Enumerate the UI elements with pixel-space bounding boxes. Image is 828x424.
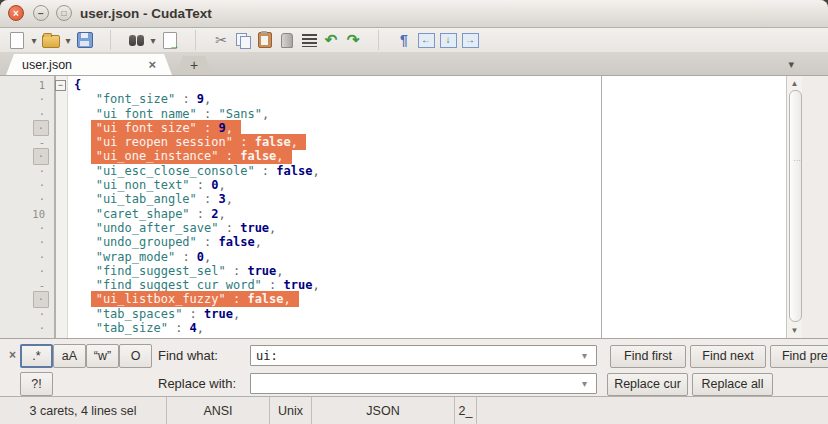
find-binoculars-icon[interactable] xyxy=(125,30,147,50)
gutter-cell[interactable]: - xyxy=(0,135,54,149)
code-line[interactable]: - "find_suggest_cur_word" : true, xyxy=(0,278,601,292)
minimap-area[interactable] xyxy=(602,76,786,338)
gutter-cell[interactable]: · xyxy=(0,235,54,249)
fold-block-icon[interactable]: ↓ xyxy=(437,30,459,50)
window-close-button[interactable]: × xyxy=(8,5,24,21)
code-line[interactable]: · "tab_spaces" : true, xyxy=(0,307,601,321)
find-option-button[interactable]: .* xyxy=(20,344,53,368)
gutter-cell[interactable]: - xyxy=(0,278,54,292)
find-option-button[interactable]: aA xyxy=(53,344,86,368)
show-nonprinted-icon[interactable]: ¶ xyxy=(393,30,415,50)
window-maximize-button[interactable]: □ xyxy=(56,5,72,21)
tab-list-dropdown-icon[interactable]: ▾ xyxy=(788,58,794,71)
code-line[interactable]: · "undo_grouped" : false, xyxy=(0,235,601,249)
find-action-button[interactable]: Find next xyxy=(690,345,766,368)
token: 9 xyxy=(197,92,204,106)
token: "caret_shape" xyxy=(74,207,190,221)
code-line[interactable]: · "ui_non_text" : 0, xyxy=(0,178,601,192)
unindent-icon[interactable]: ← xyxy=(415,30,437,50)
find-panel-close-icon[interactable]: × xyxy=(9,348,16,362)
code-lines[interactable]: 1−{· "font_size" : 9,· "ui_font_name" : … xyxy=(0,76,601,338)
code-line[interactable]: - "ui_reopen_session" : false, xyxy=(0,135,601,149)
status-misc[interactable]: 2_ xyxy=(455,397,477,424)
gutter-cell[interactable]: · xyxy=(0,307,54,321)
code-line[interactable]: · "ui_font_size" : 9, xyxy=(0,121,601,135)
status-line-ends[interactable]: Unix xyxy=(270,397,312,424)
code-line[interactable]: · "font_size" : 9, xyxy=(0,92,601,106)
code-line[interactable]: · "ui_font_name" : "Sans", xyxy=(0,107,601,121)
status-lexer[interactable]: JSON xyxy=(312,397,455,424)
window-minimize-button[interactable]: − xyxy=(33,5,49,21)
open-folder-icon[interactable] xyxy=(40,30,62,50)
editor-area[interactable]: 1−{· "font_size" : 9,· "ui_font_name" : … xyxy=(0,75,828,338)
find-option-button[interactable]: ?! xyxy=(20,372,53,396)
gutter-cell[interactable]: 10 xyxy=(0,207,54,221)
find-action-button[interactable]: Find prev xyxy=(770,345,828,368)
status-encoding[interactable]: ANSI xyxy=(167,397,270,424)
title-bar: × − □ user.json - CudaText xyxy=(0,0,828,28)
find-option-button[interactable]: O xyxy=(119,344,152,368)
find-option-button[interactable]: “w” xyxy=(86,344,119,368)
dropdown-icon[interactable]: ▾ xyxy=(147,30,159,50)
gutter-cell[interactable]: · xyxy=(0,291,54,307)
delete-icon[interactable] xyxy=(276,30,298,50)
dropdown-icon[interactable]: ▾ xyxy=(28,30,40,50)
paste-icon[interactable] xyxy=(254,30,276,50)
replace-action-button[interactable]: Replace all xyxy=(692,373,773,396)
code-text: "ui_tab_angle" : 3, xyxy=(68,192,233,206)
code-text: "undo_grouped" : false, xyxy=(68,235,262,249)
gutter-cell[interactable]: · xyxy=(0,264,54,278)
gutter-cell[interactable]: 1 xyxy=(0,78,54,92)
find-action-button[interactable]: Find first xyxy=(610,345,686,368)
code-text: "caret_shape" : 2, xyxy=(68,207,226,221)
code-line[interactable]: 1−{ xyxy=(0,78,601,92)
code-line[interactable]: · "undo_after_save" : true, xyxy=(0,221,601,235)
copy-icon[interactable] xyxy=(232,30,254,50)
code-line[interactable]: · "wrap_mode" : 0, xyxy=(0,250,601,264)
save-icon[interactable] xyxy=(74,30,96,50)
fold-collapse-icon[interactable]: − xyxy=(55,80,66,91)
scrollbar-thumb[interactable]: ··· xyxy=(789,90,802,322)
replace-input[interactable] xyxy=(250,373,597,394)
gutter-cell[interactable]: · xyxy=(0,178,54,192)
code-line[interactable]: · "ui_esc_close_console" : false, xyxy=(0,164,601,178)
tab-user-json[interactable]: user.json × xyxy=(6,54,172,75)
status-empty[interactable] xyxy=(477,397,828,424)
gutter-cell[interactable]: · xyxy=(0,92,54,106)
select-all-icon[interactable] xyxy=(298,30,320,50)
gutter-cell[interactable]: · xyxy=(0,250,54,264)
code-line[interactable]: · "ui_tab_angle" : 3, xyxy=(0,192,601,206)
vertical-scrollbar[interactable]: ▲ ··· ▼ xyxy=(786,76,802,338)
code-line[interactable]: 10 "caret_shape" : 2, xyxy=(0,207,601,221)
scroll-down-icon[interactable]: ▼ xyxy=(787,326,802,335)
code-line[interactable]: · "ui_listbox_fuzzy" : false, xyxy=(0,292,601,306)
code-line[interactable]: · "find_suggest_sel" : true, xyxy=(0,264,601,278)
indent-icon[interactable]: → xyxy=(459,30,481,50)
goto-file-icon[interactable]: → xyxy=(159,30,181,50)
gutter-cell[interactable]: · xyxy=(0,120,54,136)
token: "undo_after_save" xyxy=(74,221,219,235)
tab-close-icon[interactable]: × xyxy=(148,57,156,72)
gutter-cell[interactable]: · xyxy=(0,221,54,235)
fold-column xyxy=(54,235,68,249)
scroll-up-icon[interactable]: ▲ xyxy=(787,79,802,88)
replace-input-dropdown-icon[interactable]: ▾ xyxy=(582,378,587,389)
gutter-cell[interactable]: · xyxy=(0,192,54,206)
new-file-icon[interactable] xyxy=(6,30,28,50)
redo-icon[interactable]: ↷ xyxy=(342,30,364,50)
gutter-cell[interactable]: · xyxy=(0,148,54,164)
gutter-cell[interactable]: · xyxy=(0,321,54,335)
find-input[interactable] xyxy=(250,345,597,366)
cut-icon[interactable]: ✂ xyxy=(210,30,232,50)
replace-action-button[interactable]: Replace cur xyxy=(607,373,688,396)
new-tab-button[interactable]: + xyxy=(176,56,212,75)
gutter-cell[interactable]: · xyxy=(0,107,54,121)
status-selection[interactable]: 3 carets, 4 lines sel xyxy=(0,397,167,424)
dropdown-icon[interactable]: ▾ xyxy=(62,30,74,50)
code-line[interactable]: · "ui_one_instance" : false, xyxy=(0,149,601,163)
code-line[interactable]: · "tab_size" : 4, xyxy=(0,321,601,335)
gutter-cell[interactable]: · xyxy=(0,164,54,178)
find-input-dropdown-icon[interactable]: ▾ xyxy=(582,350,587,361)
token: "ui_listbox_fuzzy" xyxy=(96,292,226,306)
undo-icon[interactable]: ↶ xyxy=(320,30,342,50)
